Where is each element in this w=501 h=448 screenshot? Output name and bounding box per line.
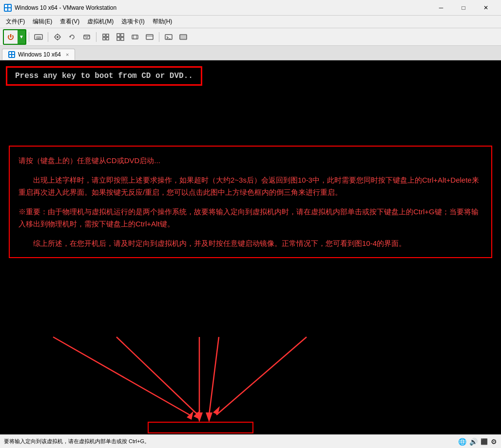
tab-close-button[interactable]: × (66, 52, 69, 57)
unity-button[interactable] (114, 30, 127, 44)
status-icons: 🌐 🔊 ⬛ ⚙ (458, 438, 497, 446)
svg-rect-20 (132, 35, 138, 39)
svg-marker-9 (69, 36, 71, 38)
fit-guest-button[interactable] (128, 30, 142, 44)
tab-vm-icon (8, 51, 15, 58)
separator-3 (96, 32, 96, 42)
status-text: 要将输入定向到该虚拟机，请在虚拟机内部单击或按 Ctrl+G。 (4, 438, 458, 445)
boot-message: Press any key to boot from CD or DVD.. (6, 66, 202, 86)
svg-line-35 (209, 337, 219, 415)
svg-line-31 (116, 337, 197, 414)
close-button[interactable]: ✕ (475, 0, 497, 16)
svg-rect-18 (117, 37, 120, 40)
svg-rect-14 (103, 37, 105, 40)
svg-rect-21 (146, 35, 153, 39)
svg-marker-30 (187, 411, 193, 420)
svg-rect-2 (5, 8, 7, 11)
console-button[interactable] (162, 30, 175, 44)
menu-tabs[interactable]: 选项卡(I) (117, 17, 148, 27)
annotation-para2: ※重要：由于物理机与虚拟机运行的是两个操作系统，故要将输入定向到虚拟机内时，请在… (19, 205, 482, 230)
svg-rect-1 (8, 5, 11, 7)
revert-button[interactable] (65, 30, 79, 44)
view-button[interactable] (176, 30, 190, 44)
svg-rect-12 (103, 34, 105, 37)
svg-rect-19 (121, 37, 124, 40)
annotation-box: 请按（键盘上的）任意键从CD或DVD启动... 出现上述字样时，请立即按照上述要… (9, 146, 492, 258)
svg-text:⌨: ⌨ (36, 36, 41, 39)
vm-status-icon: ⬛ (481, 438, 488, 445)
svg-rect-0 (5, 5, 7, 7)
annotation-para1: 出现上述字样时，请立即按照上述要求操作，如果超时（大约2~3s后）会返回到图10… (19, 174, 482, 199)
svg-line-37 (216, 337, 307, 415)
toolbar: ▼ ⌨ (0, 28, 501, 46)
svg-line-29 (53, 337, 190, 415)
snapshot-manager-button[interactable] (80, 30, 94, 44)
annotation-para3: 综上所述，在您开机后，请及时定向到虚拟机内，并及时按任意键启动镜像。正常情况下，… (19, 237, 482, 250)
menu-help[interactable]: 帮助(H) (149, 17, 176, 27)
power-button-group: ▼ (3, 29, 26, 45)
window-controls: ─ □ ✕ (430, 0, 497, 16)
title-bar: Windows 10 x64 - VMware Workstation ─ □ … (0, 0, 501, 16)
svg-rect-16 (117, 34, 120, 37)
network-icon[interactable]: 🌐 (458, 438, 466, 446)
svg-rect-13 (106, 34, 109, 37)
arrow-diagram (0, 327, 501, 434)
svg-marker-36 (206, 412, 212, 422)
svg-point-11 (86, 36, 88, 38)
vm-content-area[interactable]: Press any key to boot from CD or DVD.. 请… (0, 60, 501, 434)
power-button[interactable] (4, 30, 18, 44)
fullscreen-button[interactable] (99, 30, 113, 44)
svg-rect-17 (121, 34, 124, 37)
svg-rect-24 (180, 35, 187, 39)
svg-rect-27 (9, 55, 11, 57)
svg-rect-25 (9, 52, 11, 54)
maximize-button[interactable]: □ (452, 0, 475, 16)
fit-window-button[interactable] (143, 30, 156, 44)
menu-view[interactable]: 查看(V) (56, 17, 83, 27)
settings-icon[interactable]: ⚙ (491, 438, 497, 446)
window-title: Windows 10 x64 - VMware Workstation (15, 4, 430, 11)
svg-rect-3 (8, 8, 11, 11)
separator-4 (159, 32, 159, 42)
separator-2 (48, 32, 48, 42)
annotation-title: 请按（键盘上的）任意键从CD或DVD启动... (19, 154, 482, 167)
svg-rect-39 (148, 422, 253, 433)
menu-edit[interactable]: 编辑(E) (29, 17, 56, 27)
svg-point-8 (57, 36, 58, 38)
power-dropdown[interactable]: ▼ (18, 30, 25, 44)
menu-file[interactable]: 文件(F) (2, 17, 29, 27)
svg-rect-10 (84, 35, 90, 39)
sound-icon[interactable]: 🔊 (469, 438, 478, 446)
snapshot-button[interactable] (51, 30, 64, 44)
app-icon (4, 4, 12, 12)
status-bar: 要将输入定向到该虚拟机，请在虚拟机内部单击或按 Ctrl+G。 🌐 🔊 ⬛ ⚙ (0, 434, 501, 448)
tab-label: Windows 10 x64 (18, 51, 61, 58)
separator-1 (29, 32, 29, 42)
menu-bar: 文件(F) 编辑(E) 查看(V) 虚拟机(M) 选项卡(I) 帮助(H) (0, 16, 501, 28)
minimize-button[interactable]: ─ (430, 0, 452, 16)
tab-win10[interactable]: Windows 10 x64 × (2, 49, 75, 60)
svg-rect-15 (106, 37, 109, 40)
svg-rect-26 (12, 52, 14, 54)
svg-rect-28 (12, 55, 14, 57)
tab-bar: Windows 10 x64 × (0, 46, 501, 60)
menu-vm[interactable]: 虚拟机(M) (83, 17, 117, 27)
send-ctrlaltdel-button[interactable]: ⌨ (32, 30, 45, 44)
